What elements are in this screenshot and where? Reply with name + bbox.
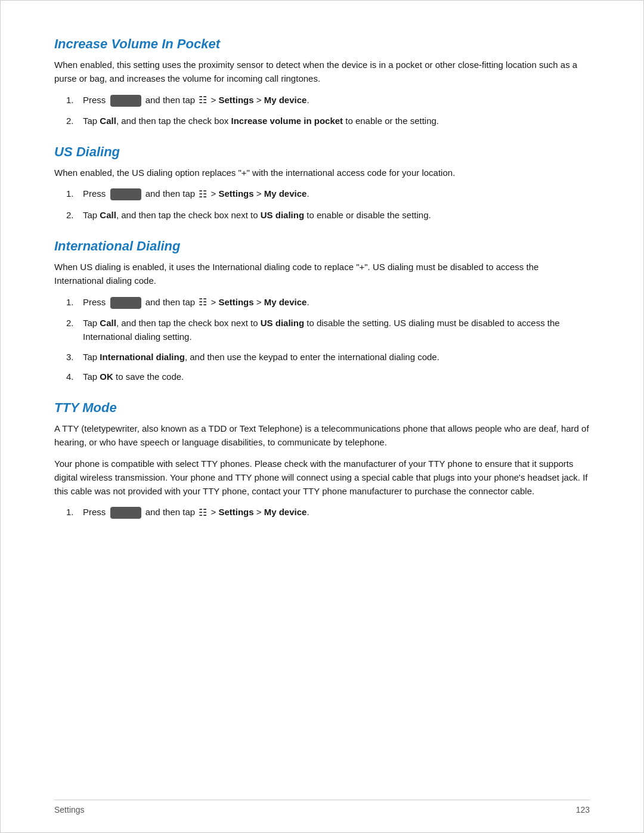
steps-list-us-dialing: 1. Press and then tap ☷ > Settings > My … [66, 187, 590, 222]
step-num: 1. [66, 295, 83, 309]
section-increase-volume: Increase Volume In Pocket When enabled, … [54, 36, 590, 128]
section-body-tty-1: A TTY (teletypewriter, also known as a T… [54, 422, 590, 450]
step-1-tty-mode: 1. Press and then tap ☷ > Settings > My … [66, 505, 590, 520]
menu-icon: ☷ [199, 187, 207, 202]
step-1-intl-dialing: 1. Press and then tap ☷ > Settings > My … [66, 295, 590, 310]
step-content: Tap Call, and then tap the check box nex… [83, 316, 590, 344]
section-title-us-dialing: US Dialing [54, 144, 590, 160]
home-button [110, 95, 141, 107]
step-num: 1. [66, 187, 83, 200]
step-content: Tap Call, and then tap the check box nex… [83, 208, 590, 222]
footer-right: 123 [576, 805, 590, 815]
step-num: 2. [66, 208, 83, 222]
step-2-intl-dialing: 2. Tap Call, and then tap the check box … [66, 316, 590, 344]
step-content: Tap OK to save the code. [83, 370, 590, 383]
step-2-increase-volume: 2. Tap Call, and then tap the check box … [66, 114, 590, 128]
section-tty-mode: TTY Mode A TTY (teletypewriter, also kno… [54, 400, 590, 521]
section-body-us-dialing: When enabled, the US dialing option repl… [54, 166, 590, 179]
section-body-international-dialing: When US dialing is enabled, it uses the … [54, 260, 590, 288]
step-num: 1. [66, 505, 83, 519]
page-container: Increase Volume In Pocket When enabled, … [0, 0, 644, 833]
footer-left: Settings [54, 805, 85, 815]
page-footer: Settings 123 [54, 800, 590, 815]
home-button [110, 297, 141, 309]
step-content: Press and then tap ☷ > Settings > My dev… [83, 93, 590, 108]
step-content: Press and then tap ☷ > Settings > My dev… [83, 295, 590, 310]
menu-icon: ☷ [199, 506, 207, 521]
step-num: 4. [66, 370, 83, 383]
step-3-intl-dialing: 3. Tap International dialing, and then u… [66, 350, 590, 364]
steps-list-increase-volume: 1. Press and then tap ☷ > Settings > My … [66, 93, 590, 128]
section-body-increase-volume: When enabled, this setting uses the prox… [54, 58, 590, 86]
step-num: 3. [66, 350, 83, 364]
section-international-dialing: International Dialing When US dialing is… [54, 239, 590, 383]
steps-list-international-dialing: 1. Press and then tap ☷ > Settings > My … [66, 295, 590, 383]
menu-icon: ☷ [199, 295, 207, 310]
steps-list-tty-mode: 1. Press and then tap ☷ > Settings > My … [66, 505, 590, 520]
step-content: Tap Call, and then tap the check box Inc… [83, 114, 590, 128]
step-content: Press and then tap ☷ > Settings > My dev… [83, 505, 590, 520]
section-body-tty-2: Your phone is compatible with select TTY… [54, 457, 590, 498]
step-2-us-dialing: 2. Tap Call, and then tap the check box … [66, 208, 590, 222]
step-1-increase-volume: 1. Press and then tap ☷ > Settings > My … [66, 93, 590, 108]
home-button [110, 188, 141, 200]
section-title-increase-volume: Increase Volume In Pocket [54, 36, 590, 52]
step-content: Press and then tap ☷ > Settings > My dev… [83, 187, 590, 202]
step-4-intl-dialing: 4. Tap OK to save the code. [66, 370, 590, 383]
step-num: 1. [66, 93, 83, 107]
step-1-us-dialing: 1. Press and then tap ☷ > Settings > My … [66, 187, 590, 202]
menu-icon: ☷ [199, 93, 207, 108]
section-us-dialing: US Dialing When enabled, the US dialing … [54, 144, 590, 222]
step-content: Tap International dialing, and then use … [83, 350, 590, 364]
section-title-international-dialing: International Dialing [54, 239, 590, 254]
step-num: 2. [66, 316, 83, 330]
section-title-tty-mode: TTY Mode [54, 400, 590, 416]
step-num: 2. [66, 114, 83, 128]
home-button [110, 507, 141, 519]
